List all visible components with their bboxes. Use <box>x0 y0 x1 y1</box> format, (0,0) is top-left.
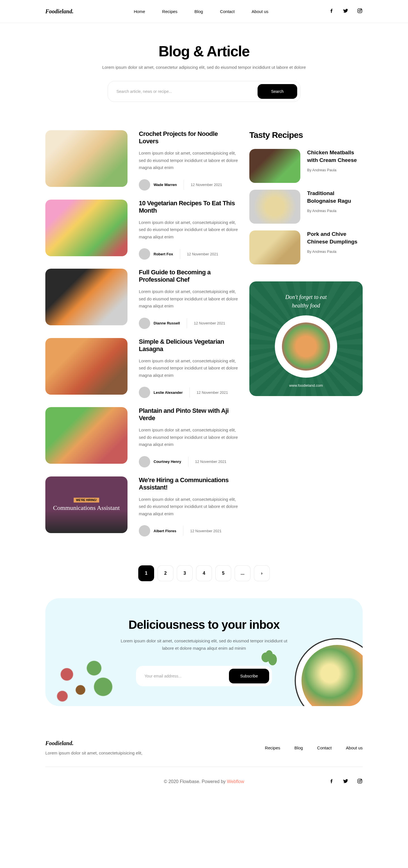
search-button[interactable]: Search <box>258 84 297 99</box>
avatar <box>139 179 150 190</box>
avatar <box>139 318 150 329</box>
sidebar-recipe[interactable]: Traditional Bolognaise RaguBy Andreas Pa… <box>249 190 363 224</box>
sidebar-recipe[interactable]: Pork and Chive Chinese DumplingsBy Andre… <box>249 230 363 265</box>
post-image <box>45 130 127 187</box>
post-date: 12 November 2021 <box>191 183 222 187</box>
main-nav: HomeRecipesBlogContactAbout us <box>134 9 268 14</box>
post-image <box>45 269 127 325</box>
post-author: Courtney Henry <box>139 456 181 467</box>
posts-list: Crochet Projects for Noodle Lovers Lorem… <box>45 130 238 546</box>
search-input[interactable] <box>116 89 258 94</box>
facebook-icon[interactable] <box>329 778 334 785</box>
site-header: Foodieland. HomeRecipesBlogContactAbout … <box>0 0 408 23</box>
post-excerpt: Lorem ipsum dolor sit amet, consectetuip… <box>139 150 238 171</box>
facebook-icon[interactable] <box>329 8 334 15</box>
page-4[interactable]: 4 <box>196 565 212 581</box>
post-date: 12 November 2021 <box>187 252 218 256</box>
page-1[interactable]: 1 <box>138 565 154 581</box>
promo-card[interactable]: Don't forget to eathealthy food www.food… <box>249 281 363 396</box>
blog-post[interactable]: Plantain and Pinto Stew with Aji Verde L… <box>45 407 238 467</box>
sidebar-recipe-image <box>249 190 300 224</box>
promo-text: Don't forget to eathealthy food <box>258 293 354 310</box>
email-input[interactable] <box>145 674 229 678</box>
post-title: Simple & Delicious Vegetarian Lasagna <box>139 338 238 353</box>
blog-post[interactable]: Crochet Projects for Noodle Lovers Lorem… <box>45 130 238 190</box>
instagram-icon[interactable] <box>357 778 363 785</box>
sidebar: Tasty Recipes Chicken Meatballs with Cre… <box>249 130 363 546</box>
sidebar-heading: Tasty Recipes <box>249 130 363 140</box>
footer-nav: RecipesBlogContactAbout us <box>265 745 363 750</box>
footer-logo[interactable]: Foodieland. <box>45 740 143 747</box>
post-excerpt: Lorem ipsum dolor sit amet, consectetuip… <box>139 357 238 379</box>
nav-link-contact[interactable]: Contact <box>220 9 235 14</box>
avatar <box>139 248 150 259</box>
blog-post[interactable]: Simple & Delicious Vegetarian Lasagna Lo… <box>45 338 238 398</box>
footer-tagline: Lorem ipsum dolor sit amet, consectetuip… <box>45 750 143 755</box>
page-title: Blog & Article <box>45 43 363 60</box>
post-image <box>45 199 127 256</box>
newsletter-title: Deliciousness to your inbox <box>62 618 346 631</box>
post-author: Wade Warren <box>139 179 177 190</box>
footer-socials <box>329 778 363 785</box>
post-author: Albert Flores <box>139 525 176 536</box>
post-title: Crochet Projects for Noodle Lovers <box>139 130 238 145</box>
page-2[interactable]: 2 <box>157 565 173 581</box>
post-date: 12 November 2021 <box>195 460 227 464</box>
footer-link-about-us[interactable]: About us <box>346 745 363 750</box>
logo[interactable]: Foodieland. <box>45 8 74 15</box>
post-title: We're Hiring a Communications Assistant! <box>139 476 238 491</box>
post-excerpt: Lorem ipsum dolor sit amet, consectetuip… <box>139 219 238 241</box>
nav-link-about-us[interactable]: About us <box>252 9 268 14</box>
nav-link-blog[interactable]: Blog <box>194 9 203 14</box>
post-excerpt: Lorem ipsum dolor sit amet, consectetuip… <box>139 426 238 448</box>
post-title: Full Guide to Becoming a Professional Ch… <box>139 269 238 283</box>
avatar <box>139 387 150 398</box>
post-image <box>45 407 127 464</box>
site-footer: Foodieland. Lorem ipsum dolor sit amet, … <box>45 734 363 796</box>
post-date: 12 November 2021 <box>190 529 222 533</box>
subscribe-button[interactable]: Subscribe <box>229 669 269 683</box>
blog-post[interactable]: 10 Vegetarian Recipes To Eat This Month … <box>45 199 238 260</box>
newsletter-form: Subscribe <box>136 666 272 686</box>
hero-section: Blog & Article Lorem ipsum dolor sit ame… <box>45 23 363 116</box>
pagination: 12345...› <box>45 560 363 598</box>
page-subtitle: Lorem ipsum dolor sit amet, consectetur … <box>45 65 363 70</box>
page-next[interactable]: › <box>254 565 270 581</box>
svg-point-4 <box>359 780 361 782</box>
header-socials <box>329 8 363 15</box>
sidebar-recipe-byline: By Andreas Paula <box>307 209 363 213</box>
page-5[interactable]: 5 <box>215 565 231 581</box>
promo-plate-image <box>275 315 337 378</box>
twitter-icon[interactable] <box>343 778 349 785</box>
sidebar-recipe-image <box>249 149 300 183</box>
footer-link-recipes[interactable]: Recipes <box>265 745 280 750</box>
footer-link-blog[interactable]: Blog <box>294 745 303 750</box>
page-...[interactable]: ... <box>235 565 251 581</box>
sidebar-recipe-title: Chicken Meatballs with Cream Cheese <box>307 149 363 164</box>
sidebar-recipe-byline: By Andreas Paula <box>307 168 363 172</box>
nav-link-home[interactable]: Home <box>134 9 145 14</box>
post-title: Plantain and Pinto Stew with Aji Verde <box>139 407 238 422</box>
sidebar-recipe-image <box>249 230 300 265</box>
sidebar-recipe-title: Pork and Chive Chinese Dumplings <box>307 230 363 245</box>
sidebar-recipe-byline: By Andreas Paula <box>307 249 363 254</box>
promo-url: www.foodieland.com <box>258 383 354 388</box>
nav-link-recipes[interactable]: Recipes <box>162 9 177 14</box>
search-bar: Search <box>108 81 300 102</box>
svg-point-5 <box>361 780 361 780</box>
avatar <box>139 525 150 536</box>
svg-point-1 <box>359 10 361 12</box>
post-author: Leslie Alexander <box>139 387 183 398</box>
sidebar-recipe[interactable]: Chicken Meatballs with Cream CheeseBy An… <box>249 149 363 183</box>
post-date: 12 November 2021 <box>194 321 225 325</box>
footer-link-contact[interactable]: Contact <box>317 745 332 750</box>
page-3[interactable]: 3 <box>177 565 193 581</box>
blog-post[interactable]: WE'RE HIRING!Communications Assistant We… <box>45 476 238 537</box>
twitter-icon[interactable] <box>343 8 349 15</box>
blog-post[interactable]: Full Guide to Becoming a Professional Ch… <box>45 269 238 329</box>
copyright: © 2020 Flowbase. Powered by Webflow <box>164 779 244 784</box>
webflow-link[interactable]: Webflow <box>227 779 244 784</box>
post-excerpt: Lorem ipsum dolor sit amet, consectetuip… <box>139 496 238 518</box>
post-date: 12 November 2021 <box>197 391 228 395</box>
instagram-icon[interactable] <box>357 8 363 15</box>
